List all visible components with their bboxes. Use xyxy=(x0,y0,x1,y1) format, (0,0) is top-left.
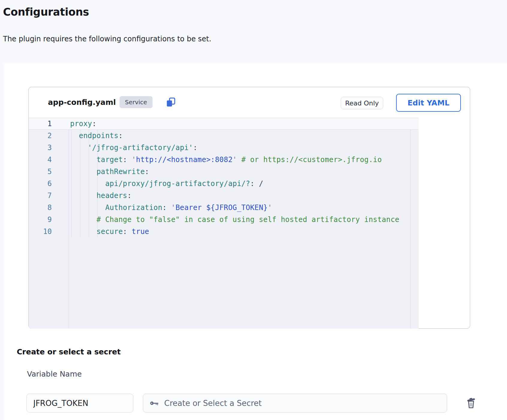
code-line-9[interactable]: 9 # Change to "false" in case of using s… xyxy=(29,214,419,226)
line-content: '/jfrog-artifactory/api': xyxy=(70,142,197,154)
line-content: headers: xyxy=(70,190,132,202)
page-title: Configurations xyxy=(3,6,89,18)
line-number: 3 xyxy=(29,142,69,154)
line-number: 6 xyxy=(29,178,69,190)
line-number: 4 xyxy=(29,154,69,166)
read-only-button[interactable]: Read Only xyxy=(341,97,383,109)
line-content: endpoints: xyxy=(70,130,123,142)
code-line-7[interactable]: 7 headers: xyxy=(29,190,419,202)
code-line-6[interactable]: 6 api/proxy/jfrog-artifactory/api/?: / xyxy=(29,178,419,190)
service-badge: Service xyxy=(120,96,153,108)
line-number: 10 xyxy=(29,226,69,238)
line-content: Authorization: 'Bearer ${JFROG_TOKEN}' xyxy=(70,202,272,214)
code-lines: 1proxy:2 endpoints:3 '/jfrog-artifactory… xyxy=(29,118,419,238)
secret-select-placeholder: Create or Select a Secret xyxy=(164,399,262,408)
line-number: 2 xyxy=(29,130,69,142)
line-number: 8 xyxy=(29,202,69,214)
code-line-8[interactable]: 8 Authorization: 'Bearer ${JFROG_TOKEN}' xyxy=(29,202,419,214)
file-name-title: app-config.yaml xyxy=(48,98,116,107)
code-line-4[interactable]: 4 target: 'http://<hostname>:8082' # or … xyxy=(29,154,419,166)
trash-icon xyxy=(465,396,477,410)
code-line-5[interactable]: 5 pathRewrite: xyxy=(29,166,419,178)
line-content: pathRewrite: xyxy=(70,166,149,178)
code-line-2[interactable]: 2 endpoints: xyxy=(29,130,419,142)
code-editor[interactable]: 1proxy:2 endpoints:3 '/jfrog-artifactory… xyxy=(29,118,419,329)
line-content: api/proxy/jfrog-artifactory/api/?: / xyxy=(70,178,263,190)
line-content: secure: true xyxy=(70,226,149,238)
line-number: 1 xyxy=(29,118,69,129)
code-line-3[interactable]: 3 '/jfrog-artifactory/api': xyxy=(29,142,419,154)
copy-icon-glyph xyxy=(165,97,176,108)
page-subtitle: The plugin requires the following config… xyxy=(3,35,211,43)
variable-name-label: Variable Name xyxy=(27,370,82,378)
yaml-editor-card: app-config.yaml Service Read Only Edit Y… xyxy=(28,87,470,329)
line-number: 7 xyxy=(29,190,69,202)
secret-section-heading: Create or select a secret xyxy=(17,348,121,356)
code-line-10[interactable]: 10 secure: true xyxy=(29,226,419,238)
secret-select-input[interactable]: Create or Select a Secret xyxy=(143,394,447,413)
variable-name-input[interactable] xyxy=(26,394,133,413)
key-icon xyxy=(150,399,159,407)
line-number: 9 xyxy=(29,214,69,226)
copy-icon[interactable] xyxy=(165,97,176,108)
content-panel: app-config.yaml Service Read Only Edit Y… xyxy=(4,63,507,420)
delete-secret-button[interactable] xyxy=(464,396,478,410)
edit-yaml-button[interactable]: Edit YAML xyxy=(396,94,461,112)
line-content: target: 'http://<hostname>:8082' # or ht… xyxy=(70,154,382,166)
line-content: proxy: xyxy=(70,118,96,129)
code-line-1[interactable]: 1proxy: xyxy=(29,118,419,130)
line-number: 5 xyxy=(29,166,69,178)
line-content: # Change to "false" in case of using sel… xyxy=(70,214,399,226)
